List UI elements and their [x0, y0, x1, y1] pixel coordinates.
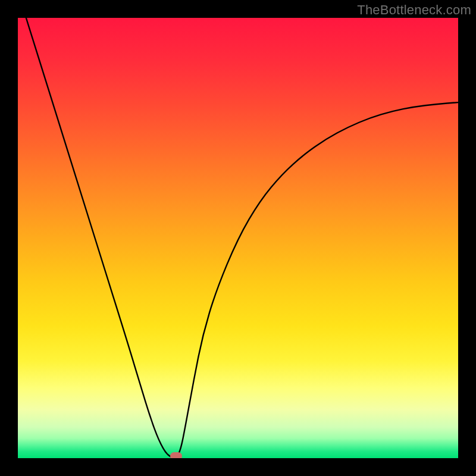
bottleneck-curve [18, 18, 458, 458]
minimum-marker [170, 452, 182, 458]
plot-area [18, 18, 458, 458]
watermark-text: TheBottleneck.com [357, 2, 471, 18]
curve-layer [18, 18, 458, 458]
